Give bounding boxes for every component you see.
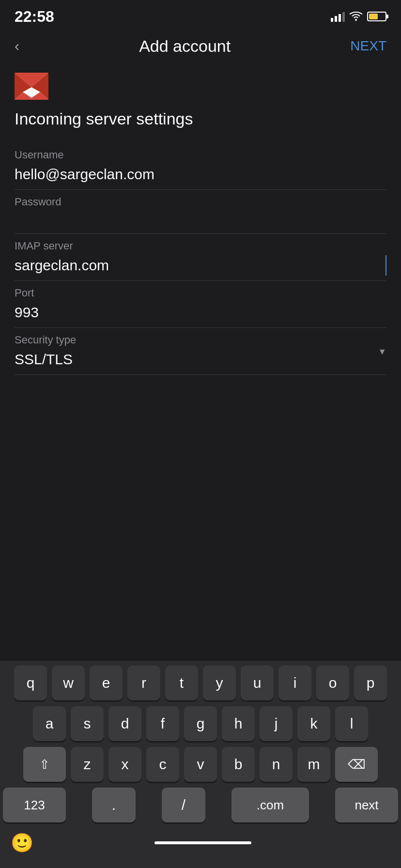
key-j[interactable]: j [260,706,293,741]
key-i[interactable]: i [278,666,311,700]
keyboard-row-2: a s d f g h j k l [3,706,398,741]
numeric-key[interactable]: 123 [3,788,66,822]
key-m[interactable]: m [297,747,330,782]
key-o[interactable]: o [316,666,349,700]
key-f[interactable]: f [146,706,179,741]
nav-bar: ‹ Add account NEXT [0,29,401,63]
port-field[interactable]: Port 993 [15,281,386,328]
wifi-icon [350,12,362,21]
keyboard-row-1: q w e r t y u i o p [3,666,398,700]
content-area: Incoming server settings Username hello@… [0,63,401,375]
key-g[interactable]: g [184,706,217,741]
key-k[interactable]: k [297,706,330,741]
shift-key[interactable]: ⇧ [23,747,66,782]
keyboard-emoji-row: 🙂 [3,828,398,868]
password-label: Password [15,196,386,208]
password-value [15,211,386,229]
key-d[interactable]: d [108,706,141,741]
key-e[interactable]: e [90,666,123,700]
next-key[interactable]: next [335,788,398,822]
keyboard: q w e r t y u i o p a s d f g h j k l ⇧ … [0,661,401,868]
username-label: Username [15,149,386,161]
key-t[interactable]: t [165,666,198,700]
status-icons [331,11,386,22]
key-r[interactable]: r [127,666,160,700]
home-indicator [154,841,251,844]
key-y[interactable]: y [203,666,236,700]
page-title: Add account [139,37,231,56]
username-field[interactable]: Username hello@sargeclan.com [15,143,386,190]
key-c[interactable]: c [146,747,179,782]
key-z[interactable]: z [71,747,104,782]
dropdown-arrow-icon: ▼ [378,347,386,357]
port-value: 993 [15,302,386,323]
port-label: Port [15,287,386,299]
imap-server-value: sargeclan.com [15,255,386,276]
key-n[interactable]: n [260,747,293,782]
key-x[interactable]: x [108,747,141,782]
username-value: hello@sargeclan.com [15,164,386,185]
emoji-key[interactable]: 🙂 [11,832,33,853]
key-w[interactable]: w [52,666,85,700]
security-type-value: SSL/TLS [15,349,373,370]
slash-key[interactable]: / [162,788,205,822]
keyboard-row-4: 123 . / .com next [3,788,398,822]
status-time: 22:58 [15,8,54,26]
key-q[interactable]: q [14,666,47,700]
dot-key[interactable]: . [92,788,136,822]
gmail-icon [15,73,48,100]
backspace-key[interactable]: ⌫ [335,747,378,782]
key-h[interactable]: h [222,706,255,741]
back-button[interactable]: ‹ [15,38,19,54]
status-bar: 22:58 [0,0,401,29]
key-a[interactable]: a [33,706,66,741]
key-p[interactable]: p [354,666,387,700]
security-type-field[interactable]: Security type SSL/TLS ▼ [15,328,386,375]
security-type-label: Security type [15,334,373,346]
section-title: Incoming server settings [15,109,386,128]
battery-icon [367,12,386,21]
key-v[interactable]: v [184,747,217,782]
keyboard-row-3: ⇧ z x c v b n m ⌫ [3,747,398,782]
key-b[interactable]: b [222,747,255,782]
imap-server-field[interactable]: IMAP server sargeclan.com [15,234,386,281]
next-button[interactable]: NEXT [350,38,386,54]
key-s[interactable]: s [71,706,104,741]
imap-server-label: IMAP server [15,240,386,252]
gmail-icon-container [15,73,386,102]
key-l[interactable]: l [335,706,368,741]
dotcom-key[interactable]: .com [231,788,309,822]
password-field[interactable]: Password [15,190,386,234]
key-u[interactable]: u [241,666,274,700]
signal-icon [331,11,345,22]
